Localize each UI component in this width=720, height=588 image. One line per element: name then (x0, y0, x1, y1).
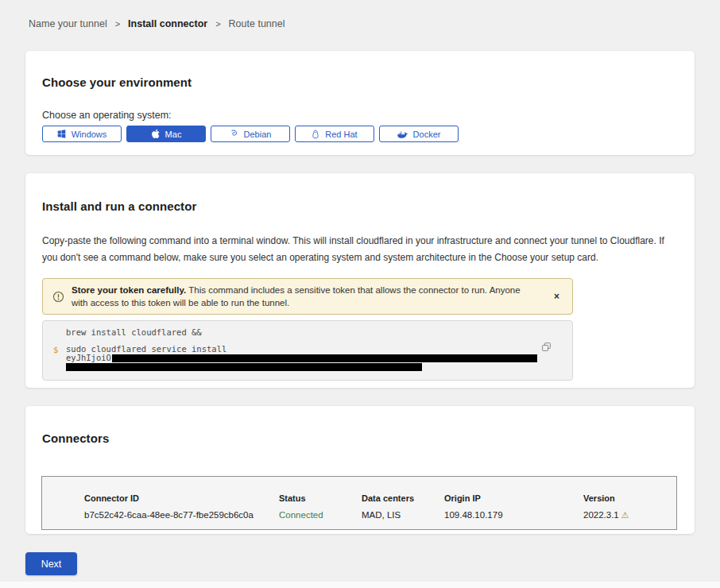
os-button-label: Docker (413, 130, 441, 139)
origin-ip-value: 109.48.10.179 (444, 510, 583, 520)
token-warning-banner: Store your token carefully. This command… (42, 278, 573, 315)
column-header-origin-ip: Origin IP (444, 493, 583, 503)
install-card-title: Install and run a connector (42, 199, 678, 213)
breadcrumb-install-connector[interactable]: Install connector (128, 18, 207, 29)
redacted-token-bar (112, 354, 537, 362)
version-number: 2022.3.1 (583, 510, 619, 520)
redacted-token-bar (66, 363, 422, 371)
install-command-code-block: brew install cloudflared && $ sudo cloud… (42, 320, 573, 381)
os-button-label: Red Hat (325, 130, 357, 139)
token-warning-title: Store your token carefully. (72, 285, 186, 295)
breadcrumb: Name your tunnel > Install connector > R… (0, 0, 720, 29)
token-warning-text: Store your token carefully. This command… (72, 284, 563, 309)
os-button-docker[interactable]: Docker (379, 126, 459, 142)
connectors-card: Connectors Connector ID Status Data cent… (25, 406, 695, 534)
version-value: 2022.3.1⚠ (583, 510, 676, 520)
debian-swirl-icon (230, 130, 238, 138)
bottom-strip (0, 582, 720, 588)
code-line-brew: brew install cloudflared && (66, 328, 572, 337)
page-content: Choose your environment Choose an operat… (0, 51, 720, 575)
connectors-card-title: Connectors (42, 431, 678, 445)
table-row: b7c52c42-6caa-48ee-8c77-fbe259cb6c0a Con… (42, 503, 676, 520)
copy-icon[interactable] (541, 342, 552, 352)
install-connector-card: Install and run a connector Copy-paste t… (25, 173, 695, 388)
environment-card-title: Choose your environment (42, 75, 678, 89)
windows-icon (57, 130, 66, 138)
close-icon[interactable]: × (552, 290, 561, 303)
token-prefix: eyJhIjoiO (66, 353, 111, 362)
breadcrumb-separator: > (115, 19, 120, 29)
column-header-version: Version (583, 493, 676, 503)
linux-penguin-icon (312, 130, 319, 139)
environment-card: Choose your environment Choose an operat… (25, 51, 695, 155)
os-button-label: Debian (244, 130, 272, 139)
shell-prompt: $ (53, 345, 58, 354)
column-header-status: Status (279, 493, 362, 503)
os-button-label: Windows (72, 130, 107, 139)
os-button-redhat[interactable]: Red Hat (295, 126, 374, 142)
docker-whale-icon (397, 130, 408, 138)
alert-circle-icon (52, 291, 64, 303)
connectors-table-header: Connector ID Status Data centers Origin … (42, 477, 676, 503)
os-button-windows[interactable]: Windows (42, 126, 122, 142)
code-line-token-continued (66, 362, 572, 371)
os-button-row: Windows Mac Debian Red Hat (42, 126, 678, 142)
connectors-table: Connector ID Status Data centers Origin … (41, 476, 677, 530)
column-header-data-centers: Data centers (362, 493, 444, 503)
status-badge: Connected (279, 510, 362, 520)
os-button-mac[interactable]: Mac (126, 126, 206, 142)
next-button[interactable]: Next (25, 552, 77, 575)
os-button-label: Mac (165, 130, 182, 139)
breadcrumb-separator: > (215, 19, 220, 29)
breadcrumb-route-tunnel[interactable]: Route tunnel (229, 18, 285, 29)
install-description: Copy-paste the following command into a … (42, 233, 674, 266)
code-line-service-install: sudo cloudflared service install (66, 345, 572, 354)
warning-triangle-icon: ⚠ (621, 510, 629, 520)
breadcrumb-name-your-tunnel[interactable]: Name your tunnel (29, 18, 107, 29)
column-header-connector-id: Connector ID (84, 493, 279, 503)
code-line-token: eyJhIjoiO (66, 354, 572, 362)
connector-id-value: b7c52c42-6caa-48ee-8c77-fbe259cb6c0a (84, 510, 279, 520)
apple-icon (151, 129, 160, 139)
os-select-label: Choose an operating system: (42, 110, 678, 121)
data-centers-value: MAD, LIS (362, 510, 444, 520)
os-button-debian[interactable]: Debian (211, 126, 290, 142)
